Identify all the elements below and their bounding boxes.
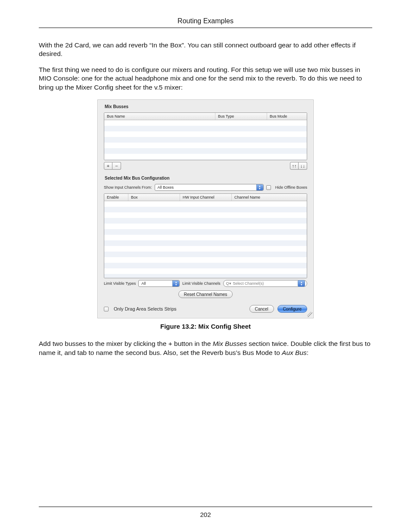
mix-config-dialog: Mix Busses Bus Name Bus Type Bus Mode	[97, 100, 314, 318]
move-down-button[interactable]: ↓↓	[299, 162, 307, 170]
table-row[interactable]	[104, 154, 307, 159]
limit-types-label: Limit Visible Types	[104, 281, 136, 286]
show-input-from-select[interactable]: All Boxes ▴▾	[155, 184, 264, 191]
mix-busses-title: Mix Busses	[105, 104, 307, 109]
table-row[interactable]	[104, 257, 307, 263]
channels-body[interactable]	[104, 201, 307, 278]
table-row[interactable]	[104, 159, 307, 160]
col-enable[interactable]: Enable	[104, 194, 128, 201]
paragraph-1: With the 2d Card, we can add reverb “In …	[39, 41, 372, 59]
header-rule	[39, 28, 372, 28]
move-up-button[interactable]: ↑↑	[290, 162, 299, 170]
stepper-icon: ▴▾	[256, 184, 263, 190]
p3-e: :	[307, 349, 308, 356]
running-header: Routing Examples	[39, 17, 372, 28]
table-row[interactable]	[104, 137, 307, 143]
table-row[interactable]	[104, 207, 307, 212]
col-channel-name[interactable]: Channel Name	[232, 194, 307, 201]
channels-header: Enable Box HW Input Channel Channel Name	[104, 194, 307, 201]
remove-bus-button[interactable]: −	[112, 162, 121, 170]
limit-channels-placeholder: Select Channel(s)	[233, 281, 294, 286]
configure-button[interactable]: Configure	[277, 305, 307, 313]
col-bus-type[interactable]: Bus Type	[215, 113, 267, 120]
limit-types-select[interactable]: All ▴▾	[138, 280, 180, 287]
show-input-from-value: All Boxes	[158, 185, 177, 190]
channels-table[interactable]: Enable Box HW Input Channel Channel Name	[104, 193, 307, 278]
table-row[interactable]	[104, 252, 307, 257]
p3-d: Aux Bus	[282, 349, 307, 356]
show-input-from-label: Show Input Channels From:	[104, 185, 152, 190]
page-number: 202	[0, 511, 411, 518]
only-drag-area-checkbox[interactable]	[104, 307, 109, 311]
table-row[interactable]	[104, 148, 307, 154]
reset-channel-names-label: Reset Channel Names	[184, 292, 227, 297]
footer-rule	[39, 507, 372, 507]
p3-b: Mix Busses	[213, 340, 247, 347]
limit-channels-search[interactable]: Q▾ Select Channel(s) ▴▾	[223, 280, 307, 287]
add-bus-button[interactable]: +	[104, 162, 112, 170]
limit-types-value: All	[141, 281, 148, 286]
mix-busses-body[interactable]	[104, 120, 307, 160]
col-hw-input[interactable]: HW Input Channel	[180, 194, 232, 201]
mix-busses-table[interactable]: Bus Name Bus Type Bus Mode	[104, 112, 307, 160]
paragraph-3: Add two busses to the mixer by clicking …	[39, 339, 372, 357]
stepper-icon: ▴▾	[298, 280, 305, 287]
reset-channel-names-button[interactable]: Reset Channel Names	[178, 290, 233, 298]
table-row[interactable]	[104, 246, 307, 252]
table-row[interactable]	[104, 126, 307, 131]
table-row[interactable]	[104, 218, 307, 224]
figure-caption: Figure 13.2: Mix Config Sheet	[39, 323, 372, 330]
col-box[interactable]: Box	[128, 194, 180, 201]
resize-grip-icon[interactable]	[307, 312, 312, 317]
table-row[interactable]	[104, 235, 307, 240]
p3-a: Add two busses to the mixer by clicking …	[39, 340, 213, 347]
cancel-label: Cancel	[255, 307, 268, 311]
table-row[interactable]	[104, 224, 307, 229]
configure-label: Configure	[283, 307, 302, 311]
table-row[interactable]	[104, 131, 307, 137]
col-bus-mode[interactable]: Bus Mode	[267, 113, 307, 120]
table-row[interactable]	[104, 263, 307, 268]
stepper-icon: ▴▾	[172, 280, 179, 286]
figure-wrap: Mix Busses Bus Name Bus Type Bus Mode	[39, 100, 372, 318]
hide-offline-label: Hide Offline Boxes	[275, 185, 307, 190]
mix-busses-header: Bus Name Bus Type Bus Mode	[104, 113, 307, 120]
limit-channels-label: Limit Visible Channels	[182, 281, 220, 286]
selected-bus-config-title: Selected Mix Bus Configuration	[105, 176, 307, 180]
search-icon: Q▾	[226, 281, 231, 286]
table-row[interactable]	[104, 212, 307, 218]
table-row[interactable]	[104, 274, 307, 278]
table-row[interactable]	[104, 240, 307, 246]
table-row[interactable]	[104, 143, 307, 148]
col-bus-name[interactable]: Bus Name	[104, 113, 215, 120]
table-row[interactable]	[104, 229, 307, 235]
table-row[interactable]	[104, 120, 307, 126]
table-row[interactable]	[104, 268, 307, 274]
cancel-button[interactable]: Cancel	[249, 305, 274, 313]
paragraph-2: The first thing we need to do is configu…	[39, 65, 372, 92]
only-drag-area-label: Only Drag Area Selects Strips	[114, 306, 177, 311]
table-row[interactable]	[104, 201, 307, 207]
hide-offline-checkbox[interactable]	[266, 185, 271, 190]
